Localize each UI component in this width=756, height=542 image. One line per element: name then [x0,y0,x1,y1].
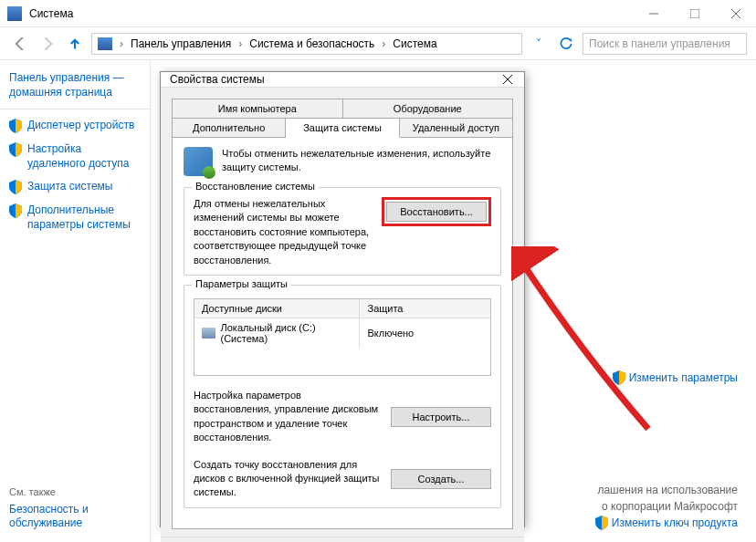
create-description: Создать точку восстановления для дисков … [194,458,382,500]
shield-icon [9,119,22,133]
restore-group: Восстановление системы Для отмены нежела… [184,187,501,276]
close-button[interactable] [715,0,756,27]
change-settings-link[interactable]: Изменить параметры [613,370,738,385]
shield-icon [9,142,22,157]
maximize-button[interactable] [674,0,715,27]
license-owner: о корпорации Майкрософт [595,498,738,515]
minimize-button[interactable] [633,0,674,27]
tab-advanced[interactable]: Дополнительно [172,118,286,138]
disk-icon [202,328,215,339]
restore-button[interactable]: Восстановить... [386,202,487,222]
sidebar-advanced-settings[interactable]: Дополнительные параметры системы [9,203,141,232]
disk-table: Доступные диски Защита Локальный диск (C… [194,298,491,376]
search-input[interactable]: Поиск в панели управления [583,33,747,55]
protection-params-group: Параметры защиты Доступные диски Защита … [184,285,501,508]
protection-icon [184,147,213,176]
shield-icon [613,370,625,385]
control-panel-icon [98,37,112,50]
tab-computer-name[interactable]: Имя компьютера [172,99,343,119]
forward-button[interactable] [37,33,58,55]
license-text: лашения на использование [595,482,738,498]
sidebar-security-maintenance[interactable]: Безопасность и обслуживание [9,503,141,531]
configure-button[interactable]: Настроить... [391,407,491,427]
restore-button-highlight: Восстановить... [382,197,491,226]
sidebar: Панель управления — домашняя страница Ди… [0,60,151,542]
sidebar-system-protection[interactable]: Защита системы [9,180,141,194]
table-row[interactable]: Локальный диск (C:) (Система) Включено [194,318,490,348]
restore-description: Для отмены нежелательных изменений систе… [194,197,371,267]
tab-remote[interactable]: Удаленный доступ [400,118,513,138]
breadcrumb-item[interactable]: Система [393,37,436,50]
toolbar: › Панель управления › Система и безопасн… [0,27,756,60]
tab-system-protection[interactable]: Защита системы [286,118,399,138]
sidebar-home-link[interactable]: Панель управления — домашняя страница [9,71,141,99]
dialog-titlebar[interactable]: Свойства системы [161,72,524,88]
search-placeholder: Поиск в панели управления [589,37,730,50]
sidebar-remote-access[interactable]: Настройка удаленного доступа [9,142,141,171]
svg-rect-1 [690,9,699,18]
refresh-button[interactable] [555,33,577,55]
protection-hint: Чтобы отменить нежелательные изменения, … [222,147,501,175]
sidebar-device-manager[interactable]: Диспетчер устройств [9,119,141,133]
system-properties-dialog: Свойства системы Имя компьютера Оборудов… [160,71,525,527]
dialog-close-button[interactable] [500,72,515,87]
titlebar: Система [0,0,756,27]
configure-description: Настройка параметров восстановления, упр… [194,389,382,445]
col-protection: Защита [360,299,490,318]
breadcrumb-item[interactable]: Панель управления [131,37,231,50]
tab-hardware[interactable]: Оборудование [343,99,514,119]
shield-icon [595,516,608,530]
up-button[interactable] [64,33,86,55]
shield-icon [9,180,22,194]
see-also-label: См. также [9,486,141,497]
address-bar[interactable]: › Панель управления › Система и безопасн… [91,33,522,55]
change-product-key-link[interactable]: Изменить ключ продукта [595,515,738,531]
window-title: Система [29,7,633,20]
dialog-title: Свойства системы [170,73,500,86]
dropdown-icon[interactable]: ˅ [528,33,550,55]
system-icon [7,6,22,21]
shield-icon [9,203,22,218]
back-button[interactable] [9,33,31,55]
breadcrumb-item[interactable]: Система и безопасность [249,37,374,50]
create-button[interactable]: Создать... [391,469,491,489]
col-disks: Доступные диски [194,299,360,318]
